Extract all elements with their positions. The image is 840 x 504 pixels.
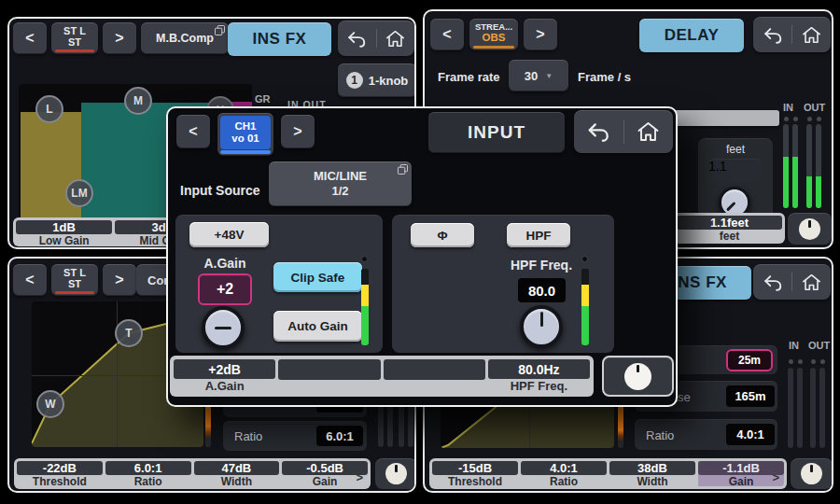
again-value[interactable]: +2 — [198, 273, 252, 305]
one-knob-button[interactable]: 1 1-knob — [338, 63, 416, 97]
channel-name: STREA... — [475, 22, 512, 32]
param-footer-strip: -15dBThreshold 4.0:1Ratio 38dBWidth -1.1… — [429, 458, 787, 489]
release-value[interactable]: 165m — [726, 385, 775, 407]
nav-next-button[interactable]: > — [103, 264, 136, 296]
hpf-freq-knob[interactable] — [520, 305, 563, 348]
chevron-right-icon: > — [115, 30, 123, 47]
chevron-right-icon: > — [536, 26, 544, 43]
nav-next-button[interactable]: > — [524, 19, 557, 50]
undo-icon[interactable] — [338, 21, 376, 56]
out-meter-label: OUT — [804, 102, 825, 113]
nav-back-button[interactable]: < — [13, 264, 47, 296]
nav-back-button[interactable]: < — [176, 115, 210, 148]
input-source-button[interactable]: MIC/LINE 1/2 — [269, 161, 412, 206]
param-cell-low-gain[interactable]: 1dBLow Gain — [16, 220, 112, 244]
nav-icon-group — [753, 264, 831, 300]
ratio-label: Ratio — [234, 429, 262, 443]
home-icon[interactable] — [792, 17, 831, 52]
band-knob-l[interactable]: L — [35, 95, 63, 123]
home-icon[interactable] — [792, 264, 831, 300]
input-level-meter — [361, 269, 369, 345]
ratio-value[interactable]: 4.0:1 — [726, 424, 775, 445]
param-cell-3[interactable] — [384, 359, 485, 393]
undo-icon[interactable] — [574, 110, 623, 153]
attack-value[interactable]: 25m — [726, 349, 773, 371]
touch-knob-button[interactable] — [788, 213, 832, 245]
in-meter — [387, 400, 393, 447]
in-meter — [378, 400, 384, 447]
channel-select-button[interactable]: CH1 vo 01 — [217, 113, 273, 156]
nav-next-button[interactable]: > — [103, 22, 136, 54]
chevron-left-icon: < — [442, 26, 451, 43]
again-label: A.Gain — [199, 256, 251, 271]
threshold-knob-t[interactable]: T — [115, 319, 143, 347]
auto-gain-button[interactable]: Auto Gain — [273, 311, 362, 342]
undo-icon[interactable] — [753, 17, 791, 52]
clip-safe-button[interactable]: Clip Safe — [273, 262, 362, 292]
phantom-48v-button[interactable]: +48V — [189, 222, 269, 247]
nav-back-button[interactable]: < — [13, 22, 47, 54]
clip-indicator-dot — [581, 256, 588, 262]
ratio-row: Ratio 6.0:1 — [223, 421, 367, 451]
param-cell-gain[interactable]: -0.5dBGain> — [282, 461, 368, 486]
channel-name-2: ST — [68, 37, 81, 49]
touch-knob-button[interactable] — [375, 458, 416, 489]
undo-icon[interactable] — [753, 264, 791, 300]
channel-select-button[interactable]: STREA... OBS — [469, 19, 518, 50]
out-meter — [819, 368, 825, 448]
knob-icon — [801, 463, 822, 484]
knob-icon — [799, 218, 820, 240]
out-meter — [399, 400, 404, 447]
nav-next-button[interactable]: > — [281, 115, 315, 148]
channel-name-2: ST — [68, 279, 81, 290]
param-cell-threshold[interactable]: -22dBThreshold — [17, 461, 103, 486]
hpf-button[interactable]: HPF — [507, 223, 570, 247]
knob-pointer — [726, 202, 735, 211]
input-source-line1: MIC/LINE — [314, 169, 367, 184]
chevron-down-icon: ▼ — [545, 72, 553, 80]
nav-back-button[interactable]: < — [430, 19, 464, 50]
param-footer-strip: -22dBThreshold 6.0:1Ratio 47dBWidth -0.5… — [14, 458, 371, 489]
again-knob[interactable] — [202, 306, 245, 349]
band-knob-lm[interactable]: LM — [65, 179, 93, 207]
param-cell-2[interactable] — [278, 359, 380, 393]
delay-value[interactable]: 1.1 — [708, 159, 763, 181]
in-meter — [797, 368, 803, 448]
in-clip-dot — [793, 117, 798, 121]
phase-button[interactable]: Φ — [411, 223, 474, 247]
out-meter — [408, 400, 413, 447]
nav-icon-group — [338, 21, 414, 56]
param-cell-delay[interactable]: 1.1feetfeet — [677, 216, 782, 241]
channel-name: CH1 — [234, 120, 256, 133]
popup-title: INPUT — [428, 112, 565, 153]
copy-icon — [398, 164, 408, 175]
param-cell-ratio[interactable]: 6.0:1Ratio — [105, 461, 191, 486]
chevron-left-icon: < — [25, 30, 34, 47]
home-icon[interactable] — [377, 21, 415, 56]
band-knob-m[interactable]: M — [124, 87, 152, 115]
param-cell-hpf-freq[interactable]: 80.0HzHPF Freq. — [488, 359, 590, 393]
preset-library-button[interactable]: M.B.Comp — [141, 22, 229, 54]
ratio-value[interactable]: 6.0:1 — [316, 426, 363, 446]
frame-rate-dropdown[interactable]: 30 ▼ — [509, 60, 568, 91]
hpf-freq-value[interactable]: 80.0 — [518, 278, 566, 302]
touch-knob-button[interactable] — [602, 356, 674, 397]
ratio-label: Ratio — [646, 427, 674, 441]
touch-knob-button[interactable] — [791, 458, 833, 489]
in-clip-dot — [784, 117, 789, 121]
param-cell-width[interactable]: 47dBWidth — [194, 461, 280, 486]
param-cell-width[interactable]: 38dBWidth — [609, 461, 695, 486]
copy-icon — [215, 25, 225, 35]
width-knob-w[interactable]: W — [36, 390, 64, 418]
channel-select-button[interactable]: ST L ST — [51, 22, 98, 54]
home-icon[interactable] — [624, 110, 674, 153]
param-footer-strip: +2dBA.Gain 80.0HzHPF Freq. — [170, 356, 594, 397]
param-cell-ratio[interactable]: 4.0:1Ratio — [521, 461, 607, 486]
knob-pointer — [215, 327, 231, 329]
param-cell-gain-selected[interactable]: -1.1dBGain> — [698, 461, 784, 486]
channel-select-button[interactable]: ST L ST — [51, 264, 98, 296]
param-cell-again[interactable]: +2dBA.Gain — [174, 359, 275, 393]
param-cell-threshold[interactable]: -15dBThreshold — [432, 461, 518, 486]
out-meter — [816, 124, 821, 208]
in-clip-dot — [798, 359, 803, 364]
